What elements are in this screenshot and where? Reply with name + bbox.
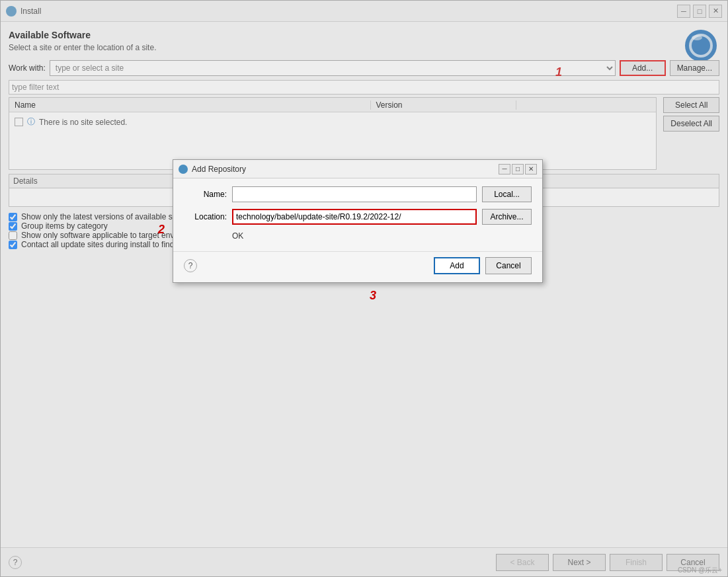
dialog-location-label: Location:: [184, 212, 227, 221]
dialog-maximize-button[interactable]: □: [512, 164, 524, 174]
dialog-ok-text: OK: [184, 231, 532, 241]
dialog-location-input[interactable]: [232, 209, 477, 225]
dialog-close-button[interactable]: ✕: [525, 164, 537, 174]
dialog-help-icon[interactable]: ?: [184, 259, 197, 272]
dialog-name-input[interactable]: [232, 186, 477, 202]
step-annotation-3: 3: [370, 289, 376, 303]
dialog-archive-button[interactable]: Archive...: [482, 209, 532, 225]
dialog-location-row: Location: Archive...: [184, 209, 532, 225]
dialog-footer-left: ?: [184, 259, 197, 272]
dialog-name-row: Name: Local...: [184, 186, 532, 202]
dialog-titlebar: Add Repository ─ □ ✕: [173, 160, 542, 178]
dialog-local-button[interactable]: Local...: [482, 186, 532, 202]
dialog-icon: [179, 165, 188, 174]
overlay-backdrop: [1, 1, 727, 576]
dialog-minimize-button[interactable]: ─: [499, 164, 510, 174]
dialog-title: Add Repository: [192, 165, 499, 174]
dialog-footer-right: Add Cancel: [434, 257, 532, 274]
dialog-cancel-button[interactable]: Cancel: [485, 257, 532, 274]
dialog-footer: ? Add Cancel: [173, 251, 542, 282]
main-window: Install ─ □ ✕ Available Software Select …: [0, 0, 728, 577]
dialog-name-label: Name:: [184, 190, 227, 199]
add-repository-dialog: Add Repository ─ □ ✕ Name: Local... Loca…: [173, 159, 543, 283]
dialog-add-button[interactable]: Add: [434, 257, 480, 274]
dialog-content: Name: Local... Location: Archive... OK: [173, 178, 542, 249]
dialog-controls: ─ □ ✕: [499, 164, 537, 174]
step-annotation-2: 2: [158, 223, 165, 237]
